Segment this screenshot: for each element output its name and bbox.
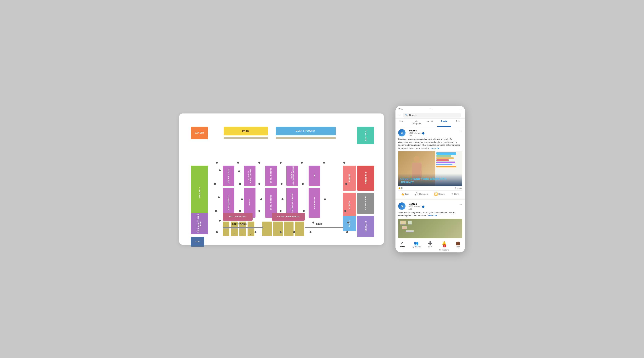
send-icon-1: ✈ [451, 192, 454, 196]
post-stats-1: 👍 19 1 repost [398, 187, 462, 190]
shopper-dot [344, 210, 346, 212]
network-icon: 👥 [414, 241, 419, 246]
bottom-nav: ⌂ Home 👥 My Network ➕ Post 🔔 2 Notificat… [396, 239, 465, 252]
post-time-1: 7mo [408, 134, 424, 137]
send-button-1[interactable]: ✈ Send [450, 192, 461, 196]
shopper-dot [347, 222, 349, 224]
nav-home[interactable]: ⌂ Home [396, 241, 410, 251]
tab-posts[interactable]: Posts [437, 118, 451, 127]
exit-bar [305, 227, 343, 228]
shopper-dot [293, 231, 295, 233]
tab-about[interactable]: About [423, 118, 437, 127]
phone-status-bar: 9:41 ··· — [396, 106, 465, 112]
see-more-2[interactable]: ...see more [426, 214, 437, 217]
shopper-dot [237, 162, 239, 164]
like-button-1[interactable]: 👍 Like [400, 192, 410, 196]
post-company-name-2: Beonic [408, 202, 424, 205]
shopper-dot [301, 162, 303, 164]
post-more-2[interactable]: ··· [459, 202, 462, 207]
linkedin-phone: 9:41 ··· — ← 🔍 Beonic Home My Company Ab… [396, 106, 465, 252]
status-dash: — [460, 108, 462, 110]
shopper-dot [239, 183, 241, 185]
tab-my-company[interactable]: My Company [410, 118, 423, 127]
dairy-section: DAIRY [224, 127, 268, 135]
nav-my-network[interactable]: 👥 My Network [410, 241, 423, 251]
search-text: Beonic [409, 114, 417, 117]
grab-and-go-section: GRAB AND GO [357, 193, 374, 214]
tab-home[interactable]: Home [396, 118, 410, 127]
oils-baking-section: OILS & BAKING [223, 166, 234, 186]
shopper-dot [323, 162, 325, 164]
post-meta-2: Beonic 5,155 followers ✓ 1mo [408, 202, 424, 210]
shopper-dot [216, 231, 218, 233]
post-image-overlay-1: UNDERSTAND YOUR SHOPPER'S JOURNEY [398, 173, 462, 186]
shopper-dot [219, 169, 221, 171]
beauty-section: BEAUTY [343, 166, 356, 191]
household-section: HOUSEHOLD [308, 188, 320, 218]
shopper-dot [216, 162, 218, 164]
post-text-2: The traffic moving around your #QSR hold… [398, 211, 462, 217]
verified-icon-2: ✓ [422, 206, 424, 208]
jobs-icon: 💼 [456, 241, 460, 246]
post-card-2: B Beonic 5,155 followers ✓ 1mo ··· [396, 200, 465, 239]
meat-shelf [276, 137, 336, 139]
post-avatar-2: B [398, 202, 406, 210]
flowers-section: FLOWERS [357, 216, 374, 237]
nav-jobs[interactable]: 💼 Jobs [451, 241, 465, 251]
checkout-lanes-2 [262, 222, 304, 236]
post-icon: ➕ [428, 241, 432, 246]
post-header-1: B Beonic 5,155 followers ✓ 7mo ··· [398, 129, 462, 137]
shopper-dot [310, 231, 312, 233]
post-followers-2: 5,155 followers ✓ [408, 205, 424, 208]
verified-icon-1: ✓ [422, 132, 424, 134]
shopper-dot [214, 183, 216, 185]
post-text-1: Customer journey mapping is a powerful t… [398, 138, 462, 150]
shopper-dot [238, 170, 240, 172]
shopper-dot [343, 162, 345, 164]
see-more-1[interactable]: ...see more [430, 147, 440, 149]
status-time: 9:41 [398, 108, 402, 110]
repost-label: Repost [438, 193, 445, 195]
shopper-dot [258, 183, 260, 185]
shopper-dot [254, 231, 256, 233]
comment-icon-1: 💬 [415, 192, 418, 196]
post-reposts-1: 1 repost [455, 187, 462, 189]
nav-post[interactable]: ➕ Post [423, 241, 437, 251]
shopper-dot [260, 198, 262, 200]
home-icon: ⌂ [401, 241, 404, 245]
health-section: HEALTH [343, 193, 356, 218]
self-checkout-section: SELF CHECK-OUT [223, 213, 252, 221]
meat-section: MEAT & POULTRY [276, 127, 336, 135]
comment-button-1[interactable]: 💬 Comment [414, 192, 430, 196]
back-button[interactable]: ← [398, 113, 401, 117]
like-icon-1: 👍 [401, 192, 404, 196]
bakery-section: BAKERY [191, 127, 208, 139]
search-bar[interactable]: 🔍 Beonic [403, 113, 461, 117]
shopper-dot [280, 162, 282, 164]
exit-text: EXIT [316, 223, 323, 225]
jobs-label: Jobs [456, 246, 460, 248]
shopper-dot [346, 231, 348, 233]
shopper-dot [280, 231, 282, 233]
phone-top-bar: ← 🔍 Beonic [396, 112, 465, 118]
shopper-dot [280, 210, 282, 212]
shopper-dot [345, 183, 347, 185]
snacks-section: SNACKS CHIPS COOKIES [244, 166, 256, 186]
store-map: BAKERY DAIRY MEAT & POULTRY SEAFOOD PROD… [189, 123, 374, 235]
repost-button-1[interactable]: 🔁 Repost [433, 192, 447, 196]
post-image-2 [398, 219, 462, 238]
store-map-wrapper: BAKERY DAIRY MEAT & POULTRY SEAFOOD PROD… [179, 113, 384, 245]
status-dots: ··· [430, 108, 432, 110]
content-scroll[interactable]: B Beonic 5,155 followers ✓ 7mo ··· [396, 127, 465, 239]
shopper-dot [282, 198, 284, 200]
repost-icon-1: 🔁 [434, 192, 438, 196]
atm-section: ATM [191, 237, 204, 247]
nav-notifications[interactable]: 🔔 2 Notifications [437, 241, 451, 251]
cereal-section: CEREAL BREAKFAST FOODS [286, 166, 298, 186]
post-image-title-1: UNDERSTAND YOUR SHOPPER'S JOURNEY [400, 177, 460, 184]
post-more-1[interactable]: ··· [459, 129, 462, 133]
deli-section: DELI AND COFFEE BAR [191, 213, 208, 234]
shopper-dot [280, 183, 282, 185]
tab-jobs[interactable]: Jobs [451, 118, 465, 127]
shopper-dot [241, 198, 243, 200]
